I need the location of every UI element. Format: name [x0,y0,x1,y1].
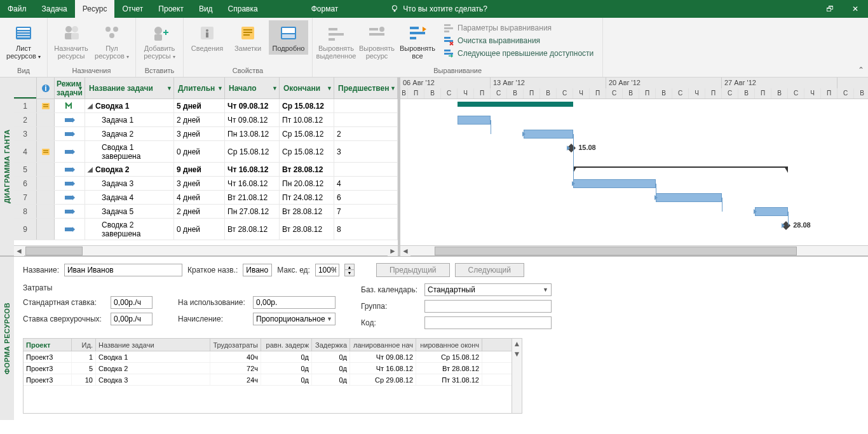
duration-cell[interactable]: 3 дней [174,177,225,190]
pred-cell[interactable]: 3 [334,141,398,162]
mode-cell[interactable] [55,141,85,162]
start-cell[interactable]: Пн 27.08.12 [225,205,280,218]
gantt-summary-bar[interactable] [458,102,573,107]
end-cell[interactable]: Ср 15.08.12 [280,141,334,162]
task-name-cell[interactable]: Сводка 2 завершена [85,219,174,240]
assign-cell[interactable]: 72ч [210,363,261,374]
gantt-task-bar[interactable] [656,193,722,202]
task-name-cell[interactable]: Задача 5 [85,205,174,218]
day-header[interactable]: В [507,88,524,99]
menu-вид[interactable]: Вид [191,0,220,18]
gantt-hscroll[interactable]: ◄ ► [400,245,868,255]
menu-файл[interactable]: Файл [0,0,34,18]
duration-cell[interactable]: 4 дней [174,191,225,204]
max-input[interactable] [315,264,339,276]
pred-cell[interactable]: 7 [334,205,398,218]
assign-col-header[interactable]: Трудозатраты [210,339,261,351]
pred-cell[interactable] [334,113,398,126]
ribbon-levnext-item[interactable]: Следующее превышение доступности [444,48,593,58]
mode-cell[interactable] [55,177,85,190]
day-header[interactable]: С [837,88,854,99]
task-name-cell[interactable]: Задача 3 [85,177,174,190]
assign-cell[interactable]: 0д [312,351,350,362]
day-header[interactable]: С [672,88,689,99]
assign-cell[interactable]: 5 [72,363,96,374]
ribbon-levclr-item[interactable]: Очистка выравнивания [444,36,593,46]
scroll-left-icon[interactable]: ◄ [14,246,24,256]
group-input[interactable] [424,300,552,313]
pred-cell[interactable]: 6 [334,191,398,204]
next-button[interactable]: Следующий [455,263,524,277]
pred-cell[interactable] [334,99,398,112]
row-number[interactable]: 8 [14,205,37,218]
day-header[interactable]: Ч [689,88,705,99]
day-header[interactable]: П [755,88,771,99]
task-row[interactable]: 6Задача 33 днейЧт 16.08.12Пн 20.08.124 [14,177,398,191]
mode-cell[interactable] [55,113,85,126]
assign-cell[interactable]: Чт 09.08.12 [350,351,416,362]
week-header[interactable]: 13 Авг '12 [491,78,606,88]
day-header[interactable]: П [705,88,722,99]
name-input[interactable] [64,264,182,276]
day-header[interactable]: Ч [573,88,590,99]
menu-ресурс[interactable]: Ресурс [75,0,115,18]
assign-cell[interactable]: Чт 16.08.12 [350,363,416,374]
start-cell[interactable]: Ср 15.08.12 [225,141,280,162]
task-row[interactable]: 2Задача 12 днейЧт 09.08.12Пт 10.08.12 [14,113,398,127]
task-name-cell[interactable]: Задача 4 [85,191,174,204]
day-header[interactable]: П [590,88,606,99]
day-header[interactable]: В [771,88,788,99]
day-header[interactable]: В [738,88,755,99]
menu-проект[interactable]: Проект [151,0,191,18]
mode-header[interactable]: Режим задачи▼ [55,78,85,98]
row-number[interactable]: 4 [14,141,37,162]
day-header[interactable]: П [474,88,491,99]
peruse-input[interactable] [253,296,336,309]
indicator-header[interactable]: i [37,78,55,98]
pred-cell[interactable]: 8 [334,219,398,240]
week-header[interactable]: 27 Авг '12 [722,78,837,88]
gantt-timescale[interactable]: 06 Авг '1213 Авг '1220 Авг '1227 Авг '12… [400,78,868,99]
end-cell[interactable]: Вт 28.08.12 [280,219,334,240]
gantt-body[interactable]: 15.0828.08 [400,99,868,245]
task-row[interactable]: 3Задача 23 днейПн 13.08.12Ср 15.08.122 [14,127,398,141]
day-header[interactable]: С [722,88,738,99]
week-header[interactable]: 06 Авг '12 [400,78,491,88]
ribbon-details-button[interactable]: Подробно [269,20,308,55]
code-input[interactable] [424,316,552,329]
ribbon-levall-button[interactable]: Выровнять все [398,20,437,62]
start-cell[interactable]: Чт 09.08.12 [225,99,280,112]
gantt-task-bar[interactable] [573,179,656,188]
start-cell[interactable]: Вт 21.08.12 [225,191,280,204]
mode-cell[interactable] [55,99,85,112]
assign-cell[interactable]: Пт 31.08.12 [416,374,482,385]
duration-cell[interactable]: 0 дней [174,219,225,240]
assign-col-header[interactable]: Название задачи [96,339,210,351]
menu-справка[interactable]: Справка [220,0,266,18]
basecal-select[interactable]: Стандартный▼ [424,283,552,296]
row-number[interactable]: 2 [14,113,37,126]
mode-cell[interactable] [55,191,85,204]
assign-cell[interactable]: 40ч [210,351,261,362]
row-number[interactable]: 7 [14,191,37,204]
day-header[interactable]: В [656,88,672,99]
task-name-cell[interactable]: Задача 1 [85,113,174,126]
task-name-cell[interactable]: Задача 2 [85,127,174,140]
task-row[interactable]: 8Задача 52 днейПн 27.08.12Вт 28.08.127 [14,205,398,219]
end-cell[interactable]: Пт 24.08.12 [280,191,334,204]
assign-col-header[interactable]: ланированное нач [350,339,416,351]
end-header[interactable]: Окончани▼ [280,78,334,98]
duration-cell[interactable]: 2 дней [174,113,225,126]
window-restore[interactable]: 🗗 [817,0,843,18]
ribbon-sheet-button[interactable]: Лист ресурсов ▾ [4,20,43,63]
pred-cell[interactable]: 2 [334,127,398,140]
day-header[interactable]: П [524,88,540,99]
task-hscroll[interactable]: ◄ ► [14,245,398,255]
assignment-table[interactable]: ПроектИд.Название задачиТрудозатратыравн… [23,338,522,414]
day-header[interactable]: Ч [458,88,474,99]
row-number[interactable]: 9 [14,219,37,240]
duration-cell[interactable]: 5 дней [174,99,225,112]
tell-me[interactable]: Что вы хотите сделать? [384,0,494,18]
day-header[interactable]: П [821,88,837,99]
pred-cell[interactable] [334,163,398,176]
